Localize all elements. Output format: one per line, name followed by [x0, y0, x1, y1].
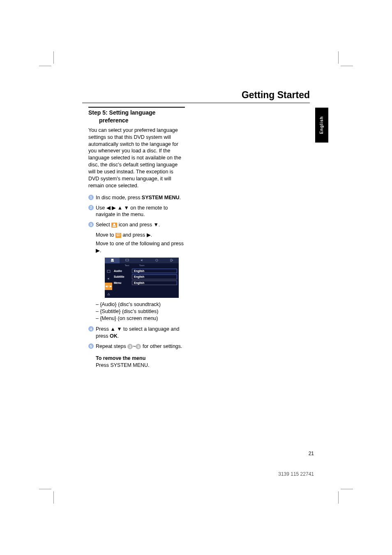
text: Move to — [96, 232, 115, 238]
text: ~ — [133, 343, 136, 349]
badge-2-icon: 2 — [88, 205, 94, 210]
step-title: Setting language preference — [99, 109, 155, 124]
menu-value: English — [132, 281, 177, 285]
side-sound-icon — [105, 275, 112, 283]
tab-levels-icon — [105, 258, 120, 263]
badge-4-icon: 4 — [88, 326, 94, 332]
language-tab: English — [315, 108, 328, 143]
text: for other settings. — [141, 343, 182, 349]
step-item-3: 3 Select icon and press ▼. — [88, 221, 185, 228]
menu-body: ◀▶ Audio English Subtitle English Menu E… — [105, 267, 179, 298]
side-language-icon: ◀▶ — [105, 283, 112, 290]
menu-main: Audio English Subtitle English Menu Engl… — [112, 267, 179, 298]
dash-list: – {Audio} (disc's soundtrack) – {Subtitl… — [88, 301, 185, 322]
list-item: – {Audio} (disc's soundtrack) — [96, 301, 185, 308]
menu-sub-tabs: Text Toon — [105, 263, 179, 267]
step-item-3-sub1: Move to and press ▶. — [88, 232, 185, 239]
page-header-title: Getting Started — [242, 90, 310, 101]
svg-rect-7 — [107, 270, 110, 272]
menu-side-icons: ◀▶ — [105, 267, 112, 298]
step-item-2: 2 Use ◀ ▶ ▲ ▼ on the remote to navigate … — [88, 205, 185, 219]
text: Select — [96, 222, 111, 228]
text: . — [118, 333, 119, 339]
menu-label: Menu — [114, 281, 132, 285]
badge-3-icon: 3 — [88, 222, 94, 227]
menu-label: Audio — [114, 269, 132, 273]
step-item-3-sub2: Move to one of the following and press ▶… — [88, 240, 185, 254]
text: In disc mode, press — [96, 195, 142, 200]
svg-rect-5 — [125, 259, 128, 261]
svg-rect-0 — [113, 226, 116, 227]
badge-5-icon: 5 — [88, 343, 94, 349]
badge-3-ref-icon: 3 — [127, 344, 133, 349]
badge-5-ref-icon: 5 — [136, 344, 141, 349]
step-intro: You can select your preferred language s… — [88, 127, 185, 189]
step-item-5: 5 Repeat steps 3~5 for other settings. — [88, 343, 185, 350]
list-item: – {Menu} (on screen menu) — [96, 315, 185, 322]
text: and press ▶. — [121, 232, 152, 238]
menu-row-menu: Menu English — [114, 281, 177, 285]
settings-tab-icon — [111, 223, 117, 228]
remove-menu-block: To remove the menu Press SYSTEM MENU. — [88, 355, 185, 369]
svg-rect-4 — [111, 261, 113, 262]
badge-1-icon: 1 — [88, 195, 94, 200]
language-tab-label: English — [320, 116, 324, 134]
menu-figure: Text Toon ◀▶ Audio English Sub — [105, 258, 179, 298]
step-heading: Step 5: Setting language preference — [88, 107, 185, 124]
menu-value: English — [132, 274, 177, 279]
svg-point-6 — [155, 259, 157, 261]
remove-menu-text: Press SYSTEM MENU. — [96, 362, 185, 369]
step-number: Step 5: — [88, 109, 108, 116]
tab-display-icon — [120, 258, 134, 263]
speech-bubble-icon — [115, 233, 121, 238]
text-bold: SYSTEM MENU — [142, 195, 180, 200]
tab-audio-icon — [134, 258, 149, 263]
svg-rect-1 — [117, 234, 120, 236]
subtab-text: Text — [120, 263, 134, 267]
list-item: – {Subtitle} (disc's subtitles) — [96, 308, 185, 315]
step-item-4: 4 Press ▲ ▼ to select a language and pre… — [88, 326, 185, 340]
footer-code: 3139 115 22741 — [278, 471, 314, 477]
tab-exit-icon — [164, 258, 179, 263]
step-item-1: 1 In disc mode, press SYSTEM MENU. — [88, 194, 185, 201]
text-bold: OK — [110, 333, 118, 339]
side-misc-icon — [105, 290, 112, 298]
menu-row-subtitle: Subtitle English — [114, 274, 177, 279]
tab-features-icon — [149, 258, 164, 263]
side-picture-icon — [105, 267, 112, 275]
remove-menu-title: To remove the menu — [96, 355, 185, 362]
text: Repeat steps — [96, 343, 127, 349]
text: . — [180, 195, 181, 200]
subtab-toon: Toon — [134, 263, 149, 267]
text: icon and press ▼. — [117, 222, 160, 228]
menu-top-tabs — [105, 258, 179, 263]
header-rule — [82, 103, 310, 103]
text: Press ▲ ▼ to select a language and press — [96, 326, 179, 339]
text: Use ◀ ▶ ▲ ▼ on the remote to navigate in… — [96, 205, 168, 218]
menu-label: Subtitle — [114, 275, 132, 279]
page-number: 21 — [309, 451, 314, 456]
menu-row-audio: Audio English — [114, 269, 177, 273]
menu-value: English — [132, 269, 177, 273]
